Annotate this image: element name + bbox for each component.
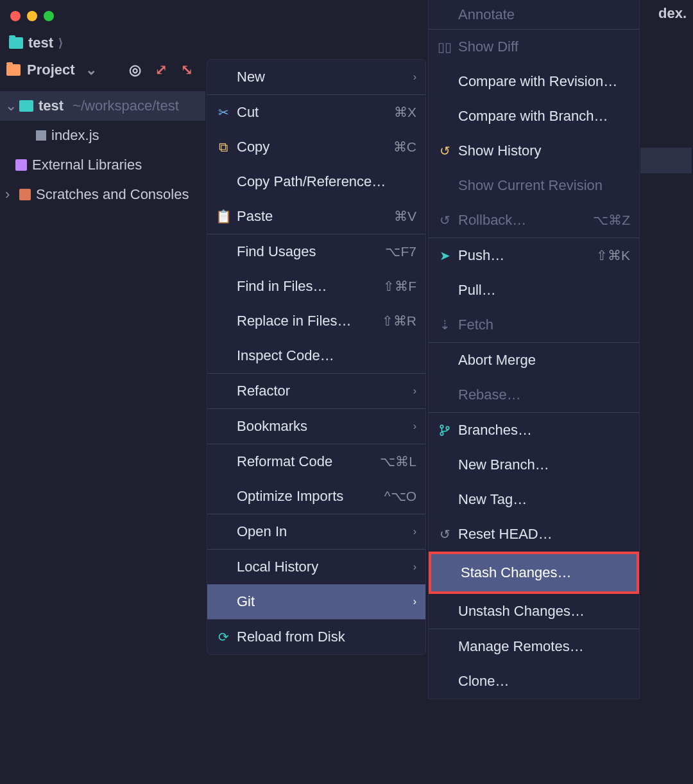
submenu-arrow-icon: › — [413, 526, 416, 537]
spacer — [438, 8, 452, 22]
git-pull[interactable]: Pull… — [429, 273, 639, 308]
tree-expander-icon[interactable]: › — [5, 186, 14, 203]
git-new-tag[interactable]: New Tag… — [429, 482, 639, 517]
spacer — [438, 109, 452, 123]
menu-new[interactable]: New › — [207, 60, 425, 94]
menu-label: Inspect Code… — [237, 347, 334, 364]
tree-external-libraries[interactable]: External Libraries — [0, 150, 205, 180]
menu-find-in-files[interactable]: Find in Files… ⇧⌘F — [207, 269, 425, 304]
collapse-icon[interactable]: ⤡ — [181, 62, 193, 78]
menu-open-in[interactable]: Open In › — [207, 514, 425, 549]
menu-label: Cut — [237, 104, 259, 121]
menu-shortcut: ⌥⌘L — [380, 454, 416, 469]
tree-file-label: index.js — [51, 127, 99, 144]
spacer — [438, 492, 452, 507]
spacer — [438, 604, 452, 618]
maximize-window-button[interactable] — [44, 11, 54, 21]
git-branches[interactable]: Branches… — [429, 413, 639, 448]
menu-replace-in-files[interactable]: Replace in Files… ⇧⌘R — [207, 304, 425, 338]
menu-label: Replace in Files… — [237, 313, 352, 329]
menu-label: Fetch — [458, 317, 493, 333]
rollback-icon: ↺ — [438, 213, 452, 227]
menu-optimize-imports[interactable]: Optimize Imports ^⌥O — [207, 479, 425, 514]
git-reset-head[interactable]: ↺ Reset HEAD… — [429, 517, 639, 552]
menu-label: Pull… — [458, 282, 496, 299]
menu-shortcut: ⌥⌘Z — [593, 213, 630, 228]
close-window-button[interactable] — [10, 11, 21, 21]
menu-bookmarks[interactable]: Bookmarks › — [207, 409, 425, 444]
menu-shortcut: ⌘X — [394, 105, 416, 120]
menu-copy-path[interactable]: Copy Path/Reference… — [207, 164, 425, 199]
diff-icon: ▯▯ — [438, 40, 452, 54]
tree-file-index-js[interactable]: index.js — [0, 121, 205, 150]
git-show-history[interactable]: ↺ Show History — [429, 134, 639, 168]
minimize-window-button[interactable] — [27, 11, 37, 21]
spacer — [216, 489, 230, 503]
menu-label: New Tag… — [458, 491, 527, 508]
spacer — [440, 566, 454, 580]
menu-label: Reset HEAD… — [458, 526, 552, 543]
spacer — [216, 314, 230, 328]
menu-git[interactable]: Git › — [207, 584, 425, 619]
spacer — [216, 419, 230, 433]
git-fetch: ⇣ Fetch — [429, 308, 639, 342]
menu-shortcut: ⇧⌘K — [596, 248, 630, 263]
tree-root-path: ~/workspace/test — [73, 98, 179, 114]
spacer — [216, 384, 230, 398]
menu-reformat-code[interactable]: Reformat Code ⌥⌘L — [207, 444, 425, 479]
menu-reload-from-disk[interactable]: ⟳ Reload from Disk — [207, 620, 425, 654]
project-view-label[interactable]: Project — [27, 62, 75, 78]
submenu-arrow-icon: › — [413, 421, 416, 432]
js-file-icon — [36, 130, 46, 141]
menu-label: Local History — [237, 559, 318, 575]
menu-inspect-code[interactable]: Inspect Code… — [207, 338, 425, 373]
menu-label: Copy Path/Reference… — [237, 173, 386, 190]
menu-refactor[interactable]: Refactor › — [207, 374, 425, 408]
git-abort-merge[interactable]: Abort Merge — [429, 343, 639, 378]
menu-cut[interactable]: ✂ Cut ⌘X — [207, 95, 425, 130]
submenu-arrow-icon: › — [413, 561, 416, 573]
push-icon: ➤ — [438, 248, 452, 263]
menu-label: Show Diff — [458, 39, 518, 55]
window-controls — [10, 11, 54, 21]
menu-shortcut: ⇧⌘R — [382, 313, 416, 329]
menu-label: Compare with Branch… — [458, 108, 608, 125]
scissors-icon: ✂ — [216, 105, 230, 119]
git-compare-revision[interactable]: Compare with Revision… — [429, 64, 639, 99]
breadcrumb[interactable]: test ⟩ — [9, 35, 63, 51]
git-new-branch[interactable]: New Branch… — [429, 448, 639, 482]
menu-label: Copy — [237, 139, 270, 155]
spacer — [438, 458, 452, 472]
git-manage-remotes[interactable]: Manage Remotes… — [429, 629, 639, 664]
git-unstash-changes[interactable]: Unstash Changes… — [429, 594, 639, 629]
git-clone[interactable]: Clone… — [429, 664, 639, 699]
spacer — [438, 353, 452, 367]
menu-label: Bookmarks — [237, 418, 307, 435]
clipboard-icon: 📋 — [216, 209, 230, 223]
menu-paste[interactable]: 📋 Paste ⌘V — [207, 199, 425, 234]
menu-local-history[interactable]: Local History › — [207, 550, 425, 584]
git-push[interactable]: ➤ Push… ⇧⌘K — [429, 238, 639, 273]
spacer — [216, 349, 230, 363]
menu-label: Stash Changes… — [461, 564, 571, 581]
spacer — [216, 595, 230, 609]
tree-scratches[interactable]: › Scratches and Consoles — [0, 180, 205, 209]
chevron-down-icon[interactable]: ⌄ — [85, 62, 97, 78]
menu-label: Annotate — [458, 6, 515, 23]
target-icon[interactable]: ◎ — [129, 62, 141, 78]
folder-icon — [19, 100, 33, 112]
menu-find-usages[interactable]: Find Usages ⌥F7 — [207, 234, 425, 269]
menu-label: Abort Merge — [458, 352, 536, 369]
menu-label: Open In — [237, 523, 287, 540]
spacer — [216, 245, 230, 259]
menu-label: Refactor — [237, 383, 290, 399]
menu-copy[interactable]: ⧉ Copy ⌘C — [207, 130, 425, 164]
git-show-current-revision: Show Current Revision — [429, 168, 639, 203]
git-annotate: Annotate — [429, 1, 639, 29]
git-compare-branch[interactable]: Compare with Branch… — [429, 99, 639, 134]
expand-icon[interactable]: ⤢ — [155, 62, 167, 78]
tree-root[interactable]: ⌄ test ~/workspace/test — [0, 91, 205, 121]
tree-expander-icon[interactable]: ⌄ — [5, 98, 14, 114]
submenu-arrow-icon: › — [413, 385, 416, 397]
git-stash-changes[interactable]: Stash Changes… — [429, 552, 639, 594]
